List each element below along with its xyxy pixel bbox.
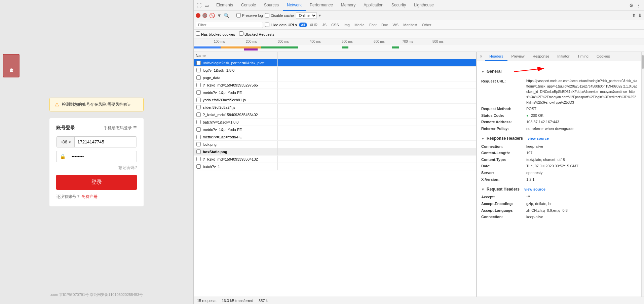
details-tab-initiator[interactable]: Initiator [553, 52, 573, 61]
ruler-100: 100 ms [214, 40, 225, 43]
row-checkbox[interactable] [196, 105, 201, 109]
filter-input[interactable] [196, 22, 263, 28]
tab-console[interactable]: Console [237, 0, 260, 11]
filter-ws[interactable]: WS [390, 23, 401, 27]
details-tab-cookies[interactable]: Cookies [593, 52, 614, 61]
tab-performance[interactable]: Performance [306, 0, 337, 11]
scrollbar-thumb[interactable] [642, 55, 644, 69]
table-row[interactable]: lock.png [194, 141, 476, 148]
response-view-source[interactable]: view source [528, 136, 549, 142]
row-checkbox[interactable] [196, 90, 201, 95]
preserve-log-checkbox[interactable] [236, 13, 241, 18]
connection2-row: Connection: keep-alive [481, 214, 637, 221]
upload-icon[interactable]: ⬆ [632, 13, 636, 18]
row-checkbox[interactable] [196, 149, 201, 154]
device-icon[interactable]: ▭ [204, 3, 209, 8]
download-icon[interactable]: ⬇ [638, 13, 642, 18]
row-checkbox[interactable] [196, 157, 201, 161]
table-row[interactable]: log?v=1&sdk=1.8.0 [194, 67, 476, 74]
phone-input[interactable] [75, 137, 137, 147]
request-view-source[interactable]: view source [524, 187, 545, 193]
request-url-label: Request URL: [481, 78, 525, 105]
devtools-more-icon[interactable]: ⋮ [636, 3, 641, 8]
login-button[interactable]: 登录 [56, 175, 137, 190]
record-button[interactable] [196, 13, 200, 18]
forgot-password-link[interactable]: 忘记密码? [118, 165, 137, 170]
filter-css[interactable]: CSS [329, 23, 341, 27]
filter-js[interactable]: JS [320, 23, 329, 27]
table-row[interactable]: unitivelogin?risk_partner=0&risk_platf..… [194, 59, 476, 67]
table-row[interactable]: metric?v=1&p=Yoda-FE [194, 133, 476, 141]
hide-data-urls-label[interactable]: Hide data URLs [265, 23, 297, 27]
details-tab-response[interactable]: Response [529, 52, 554, 61]
disable-cache-label[interactable]: Disable cache [265, 13, 294, 18]
details-tab-headers[interactable]: Headers [485, 52, 507, 61]
row-checkbox[interactable] [196, 83, 201, 87]
table-row[interactable]: ?_lxskd_rnd=1594093393584132 [194, 156, 476, 163]
tab-network[interactable]: Network [283, 0, 306, 11]
row-checkbox[interactable] [196, 142, 201, 146]
clear-button[interactable]: 🚫 [209, 13, 215, 18]
preserve-log-label[interactable]: Preserve log [236, 13, 263, 18]
row-checkbox[interactable] [196, 98, 201, 102]
remote-address-row: Remote Address: 103.37.142.167:443 [481, 119, 637, 126]
tab-sources[interactable]: Sources [260, 0, 283, 11]
stop-button[interactable]: 🚫 [202, 13, 207, 18]
filter-button[interactable]: ▼ [217, 13, 222, 18]
table-row[interactable]: slider.59cf2c8a24.js [194, 104, 476, 111]
table-row[interactable]: boxStatic.png [194, 148, 476, 156]
table-row[interactable]: ?_lxskd_rnd=1594093935456402 [194, 111, 476, 119]
hide-data-urls-checkbox[interactable] [265, 23, 269, 27]
row-checkbox[interactable] [196, 127, 201, 132]
table-row[interactable]: metric?v=1&p=Yoda-FE [194, 89, 476, 96]
tab-lighthouse[interactable]: Lighthouse [410, 0, 438, 11]
request-headers-section[interactable]: ▼ Request Headers view source [481, 186, 637, 193]
tab-memory[interactable]: Memory [337, 0, 359, 11]
blocked-requests-checkbox[interactable] [239, 31, 243, 36]
table-row[interactable]: page_data [194, 74, 476, 81]
row-checkbox[interactable] [196, 61, 201, 65]
row-checkbox[interactable] [196, 112, 201, 117]
table-row[interactable]: metric?v=1&p=Yoda-FE [194, 126, 476, 133]
blocked-requests-label[interactable]: Blocked Requests [239, 31, 274, 36]
row-checkbox[interactable] [196, 68, 201, 72]
filter-media[interactable]: Media [352, 23, 367, 27]
login-switch[interactable]: 手机动态码登录 ☰ [104, 125, 137, 131]
table-row[interactable]: ?_lxskd_rnd=1594093935297565 [194, 81, 476, 89]
has-blocked-checkbox[interactable] [196, 31, 200, 36]
accept-language-row: Accept-Language: zh-CN,zh;q=0.9,en;q=0.8 [481, 207, 637, 214]
details-close[interactable]: × [477, 52, 485, 61]
details-tab-timing[interactable]: Timing [573, 52, 593, 61]
tab-elements[interactable]: Elements [212, 0, 237, 11]
register-link[interactable]: 免费注册 [81, 194, 98, 199]
row-checkbox[interactable] [196, 164, 201, 169]
filter-all[interactable]: All [299, 23, 307, 27]
row-checkbox[interactable] [196, 75, 201, 80]
search-network-button[interactable]: 🔍 [224, 13, 229, 18]
has-blocked-label[interactable]: Has blocked cookies [196, 31, 235, 36]
inspect-icon[interactable]: ⛶ [196, 3, 202, 8]
disable-cache-checkbox[interactable] [265, 13, 269, 18]
row-checkbox[interactable] [196, 135, 201, 139]
filter-img[interactable]: Img [342, 23, 352, 27]
filter-xhr[interactable]: XHR [308, 23, 319, 27]
devtools-settings-icon[interactable]: ⚙ [629, 3, 634, 8]
filter-manifest[interactable]: Manifest [401, 23, 419, 27]
tab-security[interactable]: Security [387, 0, 410, 11]
password-input[interactable] [69, 151, 137, 162]
response-headers-section[interactable]: ▼ Response Headers view source [481, 135, 637, 142]
table-row[interactable]: batch?v=1&sdk=1.8.0 [194, 119, 476, 126]
table-row[interactable]: yoda.cfaf693ae95ccb81.js [194, 96, 476, 104]
throttle-select[interactable]: Online [296, 12, 317, 19]
row-checkbox[interactable] [196, 120, 201, 124]
throttle-arrow[interactable]: ▾ [319, 13, 321, 18]
details-tab-preview[interactable]: Preview [507, 52, 529, 61]
tab-application[interactable]: Application [359, 0, 387, 11]
table-row[interactable]: batch?v=1 [194, 163, 476, 170]
general-section-header[interactable]: ▼ General [481, 67, 637, 77]
content-length-value: 197 [526, 150, 637, 156]
filter-font[interactable]: Font [367, 23, 379, 27]
devtools-topbar: ⛶ ▭ Elements Console Sources Network Per… [194, 0, 644, 11]
filter-other[interactable]: Other [420, 23, 433, 27]
filter-doc[interactable]: Doc [379, 23, 390, 27]
